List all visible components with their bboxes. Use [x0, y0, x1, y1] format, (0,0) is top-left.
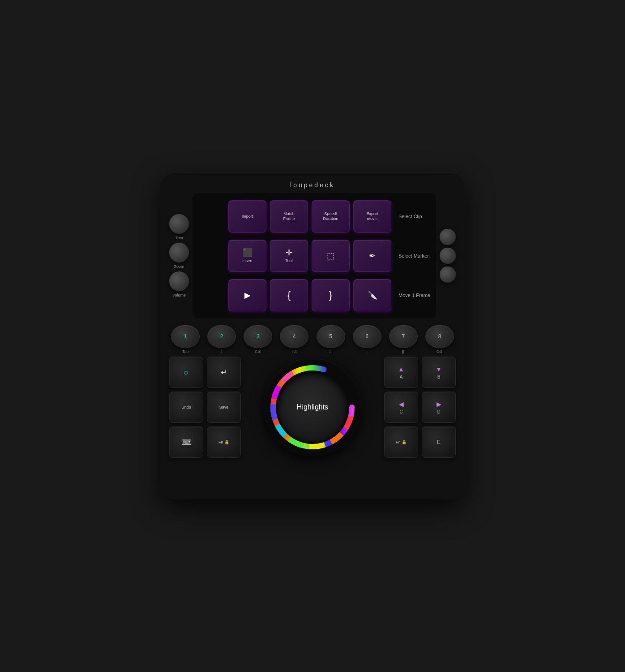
num-group-3: 3 Ctrl [244, 325, 272, 354]
left-action-buttons: ○ ↵ Undo Save ⌨ Fn 🔒 [169, 357, 241, 458]
lcd-btn-speed-duration[interactable]: Speed/Duration [312, 200, 350, 233]
num-label-cmd: ⌘ [329, 349, 333, 354]
color-dial[interactable]: Highlights [263, 358, 362, 457]
num-label-ctrl: Ctrl [255, 349, 261, 354]
knob-group-zoom: Zoom [169, 243, 189, 269]
num-btn-4[interactable]: 4 [280, 325, 308, 348]
arrow-down-icon: ▼ [436, 366, 442, 373]
arrow-left-icon: ◀ [399, 401, 404, 408]
bottom-section: ○ ↵ Undo Save ⌨ Fn 🔒 [169, 357, 456, 458]
e-label: E [437, 439, 441, 445]
right-knobs [440, 229, 456, 283]
dial-label: Highlights [297, 403, 328, 411]
loupedeck-device: loupedeck Trim Zoom Volume Import [160, 172, 465, 500]
lcd-btn-tool[interactable]: ✛ Tool [270, 240, 308, 272]
keyboard-icon: ⌨ [181, 438, 192, 447]
num-group-6: 6 ⎵ [353, 325, 381, 354]
right-action-buttons: ▲ A ▼ B ◀ C ▶ D Fn 🔒 E [384, 357, 456, 458]
action-btn-undo[interactable]: Undo [169, 392, 203, 423]
fn-lock-label: Fn 🔒 [218, 440, 229, 444]
knob-volume-label: Volume [172, 293, 186, 297]
razor-icon: 🔪 [368, 291, 377, 299]
num-row: 1 Tab 2 ⇧ 3 Ctrl 4 Alt 5 ⌘ [169, 325, 456, 354]
dial-inner: Highlights [278, 373, 347, 442]
num-group-4: 4 Alt [280, 325, 308, 354]
d-label: D [437, 409, 440, 414]
knob-zoom-label: Zoom [174, 264, 184, 269]
num-btn-5[interactable]: 5 [317, 325, 345, 348]
center-dial-area: Highlights [245, 357, 380, 458]
num-group-5: 5 ⌘ [317, 325, 345, 354]
brand-logo: loupedeck [169, 181, 456, 189]
num-label-tab: Tab [182, 349, 189, 354]
in-icon: { [287, 290, 291, 300]
knob-zoom[interactable] [169, 243, 189, 263]
lcd-btn-arrow[interactable]: ⬚ [312, 240, 350, 272]
num-group-8: 8 ⌫ [425, 325, 454, 354]
circle-icon: ○ [184, 368, 189, 377]
lcd-btn-pen[interactable]: ✒ [353, 240, 391, 272]
side-label-move-1-frame: Move 1 Frame [395, 292, 431, 298]
action-btn-keyboard[interactable]: ⌨ [169, 426, 203, 458]
save-label: Save [219, 405, 229, 409]
play-icon: ▶ [244, 291, 251, 299]
action-btn-fn-lock[interactable]: Fn 🔒 [207, 426, 241, 458]
num-group-1: 1 Tab [171, 325, 200, 354]
arrow-right-icon: ▶ [437, 401, 441, 408]
undo-label: Undo [181, 405, 191, 409]
num-btn-2[interactable]: 2 [207, 325, 236, 348]
lcd-btn-razor[interactable]: 🔪 [353, 279, 391, 311]
right-btn-a[interactable]: ▲ A [384, 357, 418, 388]
num-group-7: 7 🗑 [389, 325, 418, 354]
num-btn-6[interactable]: 6 [353, 325, 381, 348]
tool-icon: ✛ [286, 249, 292, 257]
left-knobs: Trim Zoom Volume [169, 214, 189, 297]
num-label-alt: Alt [292, 349, 297, 354]
out-icon: } [329, 290, 332, 300]
action-btn-circle[interactable]: ○ [169, 357, 203, 388]
insert-icon: ⬛ [243, 249, 253, 257]
lcd-btn-play[interactable]: ▶ [228, 279, 266, 311]
knob-bot-right[interactable] [440, 267, 456, 283]
right-btn-c[interactable]: ◀ C [384, 392, 418, 423]
num-label-delete: 🗑 [401, 349, 405, 354]
lcd-btn-in[interactable]: { [270, 279, 308, 311]
b-label: B [437, 375, 441, 379]
lcd-btn-out[interactable]: } [312, 279, 350, 311]
c-label: C [399, 409, 402, 414]
num-group-2: 2 ⇧ [207, 325, 236, 354]
right-btn-b[interactable]: ▼ B [422, 357, 456, 388]
right-btn-fn-lock[interactable]: Fn 🔒 [384, 426, 418, 458]
action-btn-save[interactable]: Save [207, 392, 241, 423]
side-label-select-clip: Select Clip [395, 213, 431, 220]
action-btn-enter[interactable]: ↵ [207, 357, 241, 388]
a-label: A [400, 375, 403, 379]
num-btn-8[interactable]: 8 [425, 325, 454, 348]
side-label-select-marker: Select Marker [395, 253, 431, 259]
knob-volume[interactable] [169, 271, 189, 291]
knob-group-volume: Volume [169, 271, 189, 297]
num-btn-3[interactable]: 3 [244, 325, 272, 348]
knob-trim[interactable] [169, 214, 189, 234]
top-section: Trim Zoom Volume Import MatchFrame Speed… [169, 193, 456, 319]
enter-icon: ↵ [221, 367, 227, 377]
lcd-btn-export-movie[interactable]: Exportmovie [353, 200, 391, 233]
lcd-btn-import[interactable]: Import [228, 200, 266, 233]
right-btn-e[interactable]: E [422, 426, 456, 458]
lcd-btn-insert[interactable]: ⬛ Insert [228, 240, 266, 272]
right-btn-d[interactable]: ▶ D [422, 392, 456, 423]
num-btn-7[interactable]: 7 [389, 325, 418, 348]
fn-lock-right-label: Fn 🔒 [396, 440, 407, 444]
lcd-grid: Import MatchFrame Speed/Duration Exportm… [193, 193, 436, 319]
num-label-shift: ⇧ [220, 349, 223, 354]
num-btn-1[interactable]: 1 [171, 325, 200, 348]
knob-trim-label: Trim [175, 236, 183, 240]
lcd-btn-match-frame[interactable]: MatchFrame [270, 200, 308, 233]
pen-icon: ✒ [369, 252, 376, 260]
num-label-backspace: ⌫ [437, 349, 442, 354]
knob-mid-right[interactable] [440, 248, 456, 264]
arrow-up-icon: ▲ [398, 366, 404, 373]
knob-top-right[interactable] [440, 229, 456, 245]
arrow-icon: ⬚ [327, 252, 334, 260]
num-label-space: ⎵ [366, 349, 368, 354]
